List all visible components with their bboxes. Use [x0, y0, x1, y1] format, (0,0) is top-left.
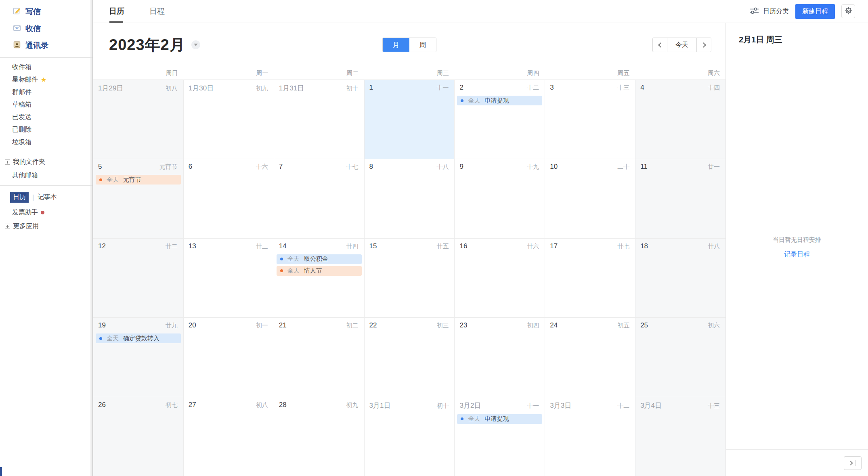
- sidebar-folder-item[interactable]: 群邮件: [0, 86, 92, 99]
- calendar-day-cell[interactable]: 15廿五: [365, 239, 455, 317]
- compose-mail-button[interactable]: 写信: [0, 3, 92, 20]
- calendar-day-cell[interactable]: 10二十: [545, 159, 635, 238]
- day-number: 18: [640, 242, 648, 250]
- notification-dot-icon: [41, 211, 44, 214]
- next-month-button[interactable]: [696, 38, 711, 52]
- sidebar-folder-item[interactable]: 收件箱: [0, 61, 92, 73]
- calendar-week-row: 12廿二13廿三14廿四全天取公积金全天情人节15廿五16廿六17廿七18廿八: [93, 239, 725, 318]
- prev-month-button[interactable]: [652, 38, 667, 52]
- calendar-day-cell[interactable]: 22初三: [365, 318, 455, 396]
- calendar-day-cell[interactable]: 12廿二: [93, 239, 184, 317]
- chevron-right-icon: [848, 461, 853, 465]
- day-header: 1月31日初十: [274, 84, 364, 93]
- calendar-category-label: 日历分类: [763, 7, 789, 16]
- day-number: 1: [369, 84, 373, 92]
- toggle-month-button[interactable]: 月: [383, 38, 409, 52]
- expand-plus-icon[interactable]: [5, 224, 10, 229]
- calendar-day-cell[interactable]: 3月3日十二: [545, 397, 635, 476]
- sidebar-folder-item[interactable]: 已删除: [0, 124, 92, 136]
- calendar-day-cell[interactable]: 1月29日初八: [93, 80, 184, 159]
- sidebar-item-more-apps[interactable]: 更多应用: [0, 220, 92, 233]
- calendar-day-cell[interactable]: 19廿九全天确定贷款转入: [93, 318, 184, 396]
- new-event-button[interactable]: 新建日程: [795, 4, 835, 19]
- calendar-event[interactable]: 全天取公积金: [277, 254, 362, 264]
- calendar-day-cell[interactable]: 11廿一: [635, 159, 725, 238]
- day-number: 1月31日: [279, 84, 304, 93]
- calendar-day-cell[interactable]: 9十九: [455, 159, 545, 238]
- day-header: 23初四: [455, 321, 545, 329]
- chevron-down-icon: [194, 44, 198, 46]
- calendar-event[interactable]: 全天情人节: [277, 266, 362, 276]
- calendar-day-cell[interactable]: 1十一: [365, 80, 455, 159]
- receive-mail-button[interactable]: 收信: [0, 20, 92, 37]
- toggle-week-button[interactable]: 周: [409, 38, 436, 52]
- month-title: 2023年2月: [109, 35, 185, 55]
- calendar-day-cell[interactable]: 14廿四全天取公积金全天情人节: [274, 239, 365, 317]
- calendar-day-cell[interactable]: 5元宵节全天元宵节: [93, 159, 184, 238]
- calendar-day-cell[interactable]: 1月30日初九: [184, 80, 274, 159]
- day-lunar-label: 初五: [617, 322, 629, 329]
- sidebar-folder-item[interactable]: 星标邮件★: [0, 73, 92, 86]
- calendar-day-cell[interactable]: 25初六: [635, 318, 725, 396]
- calendar-day-cell[interactable]: 6十六: [184, 159, 274, 238]
- calendar-category-button[interactable]: 日历分类: [749, 6, 789, 16]
- month-picker-button[interactable]: [191, 40, 200, 49]
- folder-label: 已发送: [12, 113, 31, 122]
- calendar-day-cell[interactable]: 3月4日十三: [635, 397, 725, 476]
- record-schedule-link[interactable]: 记录日程: [784, 250, 810, 259]
- calendar-event[interactable]: 全天元宵节: [96, 175, 181, 185]
- calendar-day-cell[interactable]: 1月31日初十: [274, 80, 365, 159]
- event-dot-icon: [99, 178, 102, 181]
- calendar-day-cell[interactable]: 28初九: [274, 397, 365, 476]
- expand-plus-icon[interactable]: [5, 159, 10, 165]
- calendar-day-cell[interactable]: 2十二全天申请提现: [455, 80, 545, 159]
- calendar-day-cell[interactable]: 18廿八: [635, 239, 725, 317]
- calendar-day-cell[interactable]: 4十四: [635, 80, 725, 159]
- calendar-day-cell[interactable]: 3月2日十一全天申请提现: [455, 397, 545, 476]
- calendar-day-cell[interactable]: 13廿三: [184, 239, 274, 317]
- folder-label: 已删除: [12, 126, 31, 134]
- sidebar-item-notes[interactable]: 记事本: [38, 193, 57, 201]
- sidebar-folder-item[interactable]: 草稿箱: [0, 99, 92, 111]
- calendar-day-cell[interactable]: 27初八: [184, 397, 274, 476]
- sidebar-item-my-folders[interactable]: 我的文件夹: [0, 155, 92, 169]
- calendar-day-cell[interactable]: 21初二: [274, 318, 365, 396]
- contacts-button[interactable]: 通讯录: [0, 37, 92, 54]
- weekday-label: 周一: [184, 69, 274, 77]
- day-number: 3月1日: [369, 401, 391, 410]
- day-header: 19廿九: [93, 321, 183, 329]
- calendar-day-cell[interactable]: 24初五: [545, 318, 635, 396]
- day-lunar-label: 十一: [436, 84, 449, 92]
- calendar-day-cell[interactable]: 17廿七: [545, 239, 635, 317]
- calendar-day-cell[interactable]: 20初一: [184, 318, 274, 396]
- sidebar-item-calendar-active[interactable]: 日历: [10, 192, 29, 203]
- event-title: 情人节: [304, 267, 322, 275]
- calendar-day-cell[interactable]: 3十三: [545, 80, 635, 159]
- collapse-panel-button[interactable]: [844, 456, 862, 470]
- calendar-day-cell[interactable]: 7十七: [274, 159, 365, 238]
- detail-empty-state: 当日暂无日程安排 记录日程: [726, 45, 868, 449]
- day-detail-panel: 2月1日 周三 当日暂无日程安排 记录日程: [725, 23, 868, 476]
- tab-calendar[interactable]: 日历: [109, 0, 124, 23]
- tab-schedule[interactable]: 日程: [149, 0, 165, 23]
- calendar-day-cell[interactable]: 3月1日初十: [365, 397, 455, 476]
- sidebar-folder-item[interactable]: 已发送: [0, 111, 92, 124]
- day-header: 12廿二: [93, 242, 183, 250]
- sidebar-item-other-mailbox[interactable]: 其他邮箱: [0, 169, 92, 182]
- day-number: 5: [98, 163, 102, 171]
- calendar-day-cell[interactable]: 26初七: [93, 397, 184, 476]
- calendar-event[interactable]: 全天申请提现: [457, 414, 542, 424]
- calendar-day-cell[interactable]: 23初四: [455, 318, 545, 396]
- today-button[interactable]: 今天: [667, 38, 697, 52]
- event-allday-label: 全天: [107, 335, 119, 342]
- settings-button[interactable]: [841, 4, 855, 18]
- calendar-event[interactable]: 全天确定贷款转入: [96, 333, 181, 343]
- calendar-day-cell[interactable]: 8十八: [365, 159, 455, 238]
- calendar-event[interactable]: 全天申请提现: [457, 96, 542, 105]
- day-lunar-label: 十四: [708, 84, 720, 92]
- sidebar-folder-item[interactable]: 垃圾箱: [0, 136, 92, 149]
- day-number: 16: [459, 242, 467, 250]
- sidebar-item-invoice-helper[interactable]: 发票助手: [0, 205, 92, 220]
- day-header: 4十四: [635, 84, 725, 92]
- calendar-day-cell[interactable]: 16廿六: [455, 239, 545, 317]
